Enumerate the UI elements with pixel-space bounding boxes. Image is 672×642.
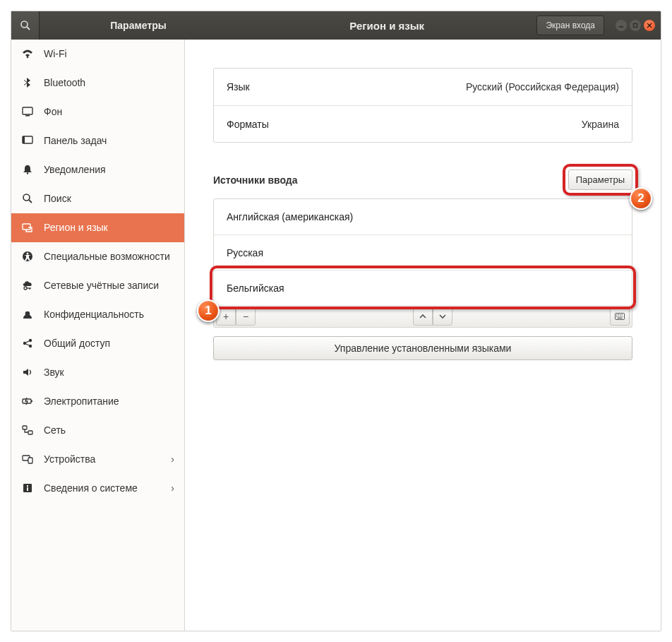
- input-source-item[interactable]: Русская: [214, 234, 632, 270]
- sidebar-item-label: Панель задач: [44, 135, 174, 146]
- add-button[interactable]: +: [216, 307, 236, 326]
- svg-point-11: [27, 172, 28, 174]
- sidebar-item-sound[interactable]: Звук: [11, 358, 184, 387]
- input-source-item[interactable]: Английская (американская): [214, 199, 632, 234]
- minus-icon: −: [243, 311, 248, 322]
- svg-rect-33: [27, 487, 28, 491]
- manage-languages-button[interactable]: Управление установленными языками: [213, 336, 632, 360]
- svg-rect-35: [616, 314, 617, 315]
- cloud-key-icon: [21, 279, 34, 292]
- maximize-icon[interactable]: [630, 20, 641, 31]
- keyboard-layout-button[interactable]: [610, 307, 630, 326]
- minimize-icon[interactable]: [616, 20, 627, 31]
- row-label: Язык: [227, 81, 250, 93]
- plus-icon: +: [223, 311, 229, 322]
- login-screen-button[interactable]: Экран входа: [536, 16, 604, 35]
- power-icon: [21, 395, 34, 408]
- annotation-badge-2: 2: [630, 187, 652, 210]
- row-value: Русский (Российская Федерация): [250, 81, 619, 93]
- move-down-button[interactable]: [433, 307, 452, 326]
- chevron-right-icon: ›: [171, 482, 174, 494]
- sidebar-item-label: Звук: [44, 367, 174, 378]
- sidebar-item-label: Bluetooth: [44, 77, 174, 88]
- svg-point-20: [23, 342, 26, 345]
- sidebar-item-label: Сетевые учётные записи: [44, 280, 174, 291]
- search-icon-button[interactable]: [11, 11, 40, 40]
- region-icon: [21, 221, 34, 234]
- svg-line-24: [26, 344, 29, 345]
- svg-rect-7: [23, 107, 32, 114]
- svg-point-21: [29, 339, 32, 342]
- svg-point-0: [21, 21, 28, 28]
- info-icon: [21, 482, 34, 494]
- sidebar-item-privacy[interactable]: Конфиденциальность: [11, 300, 184, 329]
- svg-rect-14: [23, 224, 30, 230]
- svg-point-6: [27, 57, 29, 59]
- input-source-item[interactable]: Бельгийская: [214, 270, 632, 305]
- sidebar-item-bluetooth[interactable]: Bluetooth: [11, 69, 184, 97]
- sidebar-item-label: Уведомления: [44, 164, 174, 175]
- back-title[interactable]: Параметры: [40, 20, 237, 31]
- sidebar-item-wifi[interactable]: Wi-Fi: [11, 40, 184, 69]
- sidebar-item-online-accounts[interactable]: Сетевые учётные записи: [11, 271, 184, 300]
- sidebar-item-label: Фон: [44, 106, 174, 117]
- sidebar-item-devices[interactable]: Устройства ›: [11, 445, 184, 474]
- input-sources-header: Источники ввода Параметры: [213, 170, 632, 190]
- page-title: Регион и язык: [237, 20, 536, 32]
- sidebar-item-label: Специальные возможности: [44, 251, 174, 262]
- sidebar-item-region[interactable]: Регион и язык: [11, 213, 184, 242]
- sound-icon: [21, 366, 34, 379]
- accessibility-icon: [21, 250, 34, 263]
- svg-line-13: [29, 200, 32, 203]
- sidebar-item-accessibility[interactable]: Специальные возможности: [11, 242, 184, 271]
- svg-point-12: [23, 194, 30, 201]
- sidebar-item-label: Устройства: [44, 453, 161, 465]
- language-formats-box: Язык Русский (Российская Федерация) Форм…: [213, 68, 632, 143]
- language-row[interactable]: Язык Русский (Российская Федерация): [214, 69, 632, 105]
- svg-rect-8: [25, 115, 30, 117]
- svg-rect-38: [622, 314, 623, 315]
- titlebar: Параметры Регион и язык Экран входа: [11, 11, 661, 40]
- svg-rect-27: [23, 426, 27, 429]
- svg-rect-43: [618, 318, 623, 319]
- close-icon[interactable]: [644, 20, 655, 31]
- bell-icon: [21, 163, 34, 176]
- input-source-options-button[interactable]: Параметры: [568, 170, 632, 190]
- search-icon: [20, 20, 31, 31]
- keyboard-icon: [615, 311, 625, 322]
- main-content: Язык Русский (Российская Федерация) Форм…: [185, 40, 661, 631]
- svg-rect-41: [620, 316, 620, 317]
- sidebar-item-label: Регион и язык: [44, 222, 174, 233]
- sidebar-item-network[interactable]: Сеть: [11, 416, 184, 445]
- sidebar-item-about[interactable]: Сведения о системе ›: [11, 474, 184, 503]
- svg-point-17: [24, 287, 27, 290]
- svg-point-22: [29, 345, 32, 347]
- sidebar-item-power[interactable]: Электропитание: [11, 387, 184, 416]
- input-sources-heading: Источники ввода: [213, 174, 568, 186]
- sidebar-item-label: Сеть: [44, 424, 174, 436]
- input-source-label: Бельгийская: [227, 283, 284, 294]
- devices-icon: [21, 453, 34, 465]
- svg-rect-40: [618, 316, 619, 317]
- move-up-button[interactable]: [413, 307, 433, 326]
- privacy-icon: [21, 308, 34, 321]
- row-label: Форматы: [227, 119, 269, 130]
- svg-rect-28: [28, 431, 32, 434]
- remove-button[interactable]: −: [236, 307, 256, 326]
- formats-row[interactable]: Форматы Украина: [214, 105, 632, 142]
- sidebar-item-label: Сведения о системе: [44, 482, 161, 494]
- svg-rect-39: [616, 316, 617, 317]
- chevron-down-icon: [439, 311, 446, 322]
- chevron-up-icon: [419, 311, 426, 322]
- svg-line-1: [27, 27, 30, 30]
- sidebar: Wi-Fi Bluetooth Фон Панель задач Уведомл…: [11, 40, 185, 631]
- sidebar-item-label: Общий доступ: [44, 338, 174, 349]
- sidebar-item-background[interactable]: Фон: [11, 97, 184, 126]
- row-value: Украина: [269, 119, 619, 130]
- desktop-icon: [21, 105, 34, 118]
- sidebar-item-sharing[interactable]: Общий доступ: [11, 329, 184, 358]
- sidebar-item-search[interactable]: Поиск: [11, 184, 184, 213]
- sidebar-item-dock[interactable]: Панель задач: [11, 126, 184, 155]
- svg-rect-30: [28, 458, 32, 463]
- sidebar-item-notifications[interactable]: Уведомления: [11, 155, 184, 184]
